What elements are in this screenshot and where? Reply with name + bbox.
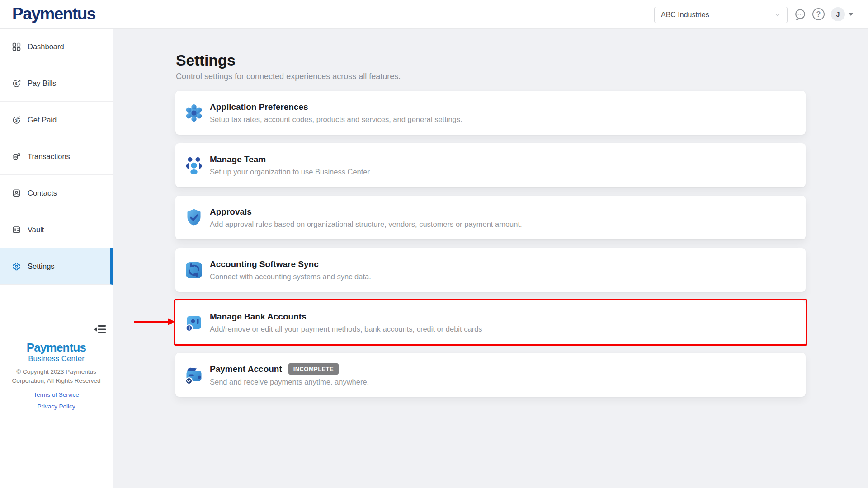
- sidebar-item-label: Transactions: [28, 152, 70, 161]
- card-title: Manage Team: [210, 155, 266, 164]
- card-application-preferences[interactable]: Application Preferences Setup tax rates,…: [175, 91, 806, 135]
- sidebar-item-get-paid[interactable]: $ Get Paid: [0, 102, 113, 138]
- card-payment-account[interactable]: Payment Account INCOMPLETE Send and rece…: [175, 353, 806, 397]
- card-title: Accounting Software Sync: [210, 259, 319, 269]
- card-manage-team[interactable]: Manage Team Set up your organization to …: [175, 143, 806, 187]
- avatar[interactable]: J: [831, 7, 845, 21]
- card-approvals[interactable]: Approvals Add approval rules based on or…: [175, 196, 806, 239]
- card-description: Setup tax rates, account codes, products…: [210, 115, 462, 124]
- avatar-initial: J: [836, 11, 840, 18]
- card-title: Approvals: [210, 207, 252, 217]
- card-accounting-software-sync[interactable]: Accounting Software Sync Connect with ac…: [175, 248, 806, 292]
- sidebar-item-label: Get Paid: [28, 116, 57, 124]
- sidebar-item-label: Dashboard: [28, 42, 64, 51]
- pay-bills-icon: $: [12, 79, 21, 88]
- card-title: Payment Account: [210, 364, 282, 374]
- sidebar-item-label: Settings: [28, 262, 55, 271]
- terms-of-service-link[interactable]: Terms of Service: [0, 391, 113, 398]
- svg-text:$: $: [15, 118, 18, 122]
- card-description: Add/remove or edit all your payment meth…: [210, 325, 482, 333]
- card-title: Application Preferences: [210, 102, 308, 112]
- paymentus-logo: Paymentus: [12, 5, 95, 23]
- app-preferences-gear-icon: [184, 103, 204, 123]
- sidebar-item-label: Contacts: [28, 189, 57, 197]
- paymentus-business-center-page: Paymentus ABC Industries ? J Dashboard: [0, 0, 868, 488]
- get-paid-icon: $: [12, 115, 21, 125]
- chevron-down-icon: [774, 11, 782, 19]
- dashboard-grid-icon: [12, 42, 21, 52]
- sidebar-item-vault[interactable]: Vault: [0, 211, 113, 248]
- footer-logo-subtitle: Business Center: [0, 354, 113, 363]
- organization-selector-value: ABC Industries: [661, 11, 709, 19]
- sidebar-item-settings[interactable]: Settings: [0, 248, 113, 285]
- organization-selector[interactable]: ABC Industries: [654, 7, 788, 23]
- bank-accounts-icon: [184, 312, 204, 333]
- payment-account-wallet-icon: [184, 365, 204, 385]
- card-description: Connect with accounting systems and sync…: [210, 272, 371, 281]
- copyright-text: © Copyright 2023 Paymentus Corporation, …: [0, 367, 113, 385]
- card-manage-bank-accounts[interactable]: Manage Bank Accounts Add/remove or edit …: [175, 300, 806, 344]
- card-description: Add approval rules based on organization…: [210, 220, 522, 229]
- annotation-arrow-head: [168, 318, 175, 325]
- sidebar-footer: Paymentus Business Center © Copyright 20…: [0, 342, 113, 410]
- privacy-policy-link[interactable]: Privacy Policy: [0, 403, 113, 410]
- top-bar: Paymentus ABC Industries ? J: [0, 0, 868, 29]
- accounting-sync-icon: [184, 260, 204, 281]
- svg-text:$: $: [15, 81, 18, 86]
- settings-cards: Application Preferences Setup tax rates,…: [175, 91, 806, 397]
- manage-team-icon: [184, 155, 204, 176]
- vault-icon: [12, 225, 21, 235]
- footer-logo: Paymentus: [0, 342, 113, 353]
- sidebar-item-transactions[interactable]: Transactions: [0, 138, 113, 175]
- collapse-sidebar-icon[interactable]: [92, 323, 108, 336]
- contacts-icon: [12, 188, 21, 198]
- card-title: Manage Bank Accounts: [210, 312, 307, 322]
- help-icon[interactable]: ?: [812, 8, 825, 20]
- sidebar-item-dashboard[interactable]: Dashboard: [0, 28, 113, 65]
- chat-icon[interactable]: [794, 8, 807, 21]
- sidebar-item-label: Vault: [28, 225, 44, 234]
- settings-gear-icon: [12, 262, 21, 271]
- transactions-icon: [12, 152, 21, 161]
- page-title: Settings: [176, 52, 236, 69]
- card-description: Send and receive payments anytime, anywh…: [210, 378, 369, 386]
- sidebar: Dashboard $ Pay Bills $ Get Paid: [0, 28, 113, 488]
- annotation-arrow: [134, 321, 168, 323]
- sidebar-item-contacts[interactable]: Contacts: [0, 175, 113, 211]
- sidebar-item-label: Pay Bills: [28, 79, 56, 88]
- card-description: Set up your organization to use Business…: [210, 168, 372, 176]
- approvals-shield-icon: [184, 207, 204, 228]
- sidebar-item-pay-bills[interactable]: $ Pay Bills: [0, 65, 113, 102]
- caret-down-icon[interactable]: [848, 13, 854, 16]
- annotation-highlight-box: Manage Bank Accounts Add/remove or edit …: [174, 299, 807, 346]
- status-badge-incomplete: INCOMPLETE: [288, 363, 339, 375]
- page-subtitle: Control settings for connected experienc…: [176, 72, 401, 81]
